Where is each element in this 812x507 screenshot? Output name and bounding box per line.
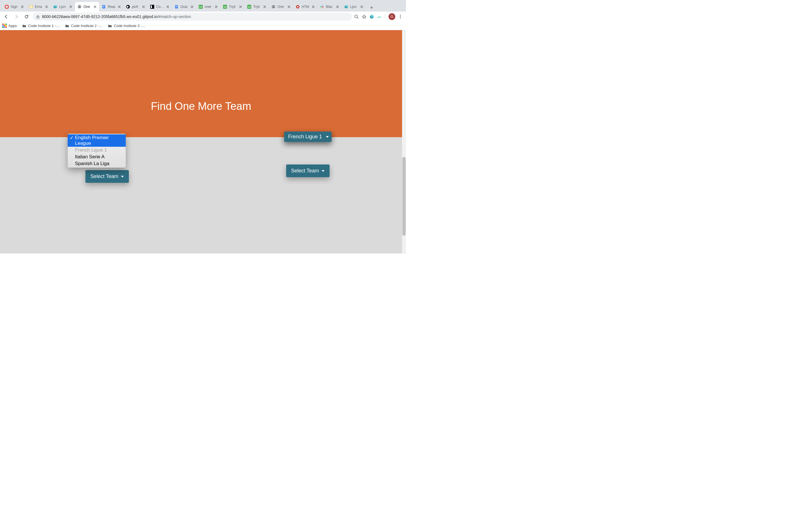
- tab-one-2[interactable]: One: [269, 2, 293, 11]
- menu-icon[interactable]: [398, 14, 403, 19]
- scrollbar-thumb[interactable]: [402, 157, 406, 236]
- chevron-down-icon: [322, 170, 324, 172]
- lower-section: English Premier League English Premier L…: [0, 137, 402, 253]
- address-bar[interactable]: 8000-b6226aea-0697-47d5-9212-205fa6651fb…: [33, 13, 352, 20]
- close-icon[interactable]: [93, 5, 97, 9]
- favicon-w3: w3: [247, 4, 252, 9]
- svg-point-29: [297, 6, 299, 8]
- favicon-sign: [4, 4, 9, 9]
- left-select-team-button[interactable]: Select Team: [86, 170, 129, 183]
- apps-label: Apps: [8, 24, 17, 28]
- dropdown-option-laliga[interactable]: Spanish La Liga: [68, 160, 126, 167]
- close-icon[interactable]: [166, 5, 170, 9]
- tab-label: Ljun: [59, 5, 67, 9]
- svg-rect-32: [322, 7, 322, 8]
- folder-icon: [108, 24, 112, 28]
- tab-label: Ema: [35, 5, 43, 9]
- reload-button[interactable]: [22, 13, 31, 20]
- close-icon[interactable]: [239, 5, 243, 9]
- svg-rect-18: [175, 7, 177, 7]
- tab-tryit-2[interactable]: w3 Tryit: [245, 2, 269, 11]
- page-viewport: Find One More Team English Premier Leagu…: [0, 30, 406, 253]
- tab-ljun-2[interactable]: Ljun: [342, 2, 366, 11]
- apps-button[interactable]: Apps: [2, 24, 17, 28]
- extension-cube-icon[interactable]: [369, 14, 374, 19]
- svg-text:w3: w3: [199, 6, 202, 8]
- favicon-globe: [77, 4, 82, 9]
- tab-label: One: [84, 5, 91, 9]
- tab-reac[interactable]: Reac: [99, 2, 123, 11]
- tab-code[interactable]: Code: [148, 2, 172, 11]
- bookmark-folder-3[interactable]: Code Institute 3 -…: [108, 24, 146, 28]
- tab-strip: Sign Ema Ljun One Reac picfl: [0, 0, 406, 11]
- dropdown-option-epl[interactable]: English Premier League: [68, 134, 126, 147]
- close-icon[interactable]: [190, 5, 194, 9]
- right-select-team-button[interactable]: Select Team: [286, 165, 330, 177]
- svg-rect-11: [103, 7, 104, 7]
- forward-button[interactable]: [12, 13, 20, 20]
- close-icon[interactable]: [214, 5, 218, 9]
- right-league-select[interactable]: French Ligue 1: [284, 131, 332, 142]
- svg-rect-37: [37, 16, 39, 18]
- right-league-select-wrap[interactable]: French Ligue 1: [284, 131, 332, 142]
- favicon-github: [126, 4, 130, 9]
- svg-rect-17: [175, 6, 177, 7]
- svg-point-43: [400, 16, 401, 17]
- tab-one-active[interactable]: One: [75, 2, 99, 11]
- star-icon[interactable]: [362, 14, 366, 19]
- tab-label: Tryit: [229, 5, 237, 9]
- close-icon[interactable]: [336, 5, 340, 9]
- favicon-gdoc: [174, 4, 179, 9]
- svg-rect-10: [103, 6, 105, 7]
- svg-rect-31: [320, 6, 322, 7]
- close-icon[interactable]: [263, 5, 267, 9]
- tab-picfl[interactable]: picfl: [123, 2, 148, 11]
- search-icon[interactable]: [354, 14, 359, 19]
- extension-wave-icon[interactable]: [377, 14, 382, 19]
- close-icon[interactable]: [287, 5, 291, 9]
- dropdown-option-seriea[interactable]: Italian Serie A: [68, 154, 126, 160]
- tab-blac[interactable]: Blac: [317, 2, 342, 11]
- bookmark-folder-2[interactable]: Code Institute 2 -…: [65, 24, 103, 28]
- close-icon[interactable]: [142, 5, 146, 9]
- tab-label: Sign: [11, 5, 18, 9]
- close-icon[interactable]: [360, 5, 364, 9]
- favicon-htm: [296, 4, 300, 9]
- tab-grac[interactable]: Grac: [172, 2, 196, 11]
- tab-htm[interactable]: HTM: [293, 2, 317, 11]
- close-icon[interactable]: [20, 5, 24, 9]
- tab-sign[interactable]: Sign: [2, 2, 27, 11]
- tab-tryit-1[interactable]: w3 Tryit: [220, 2, 245, 11]
- tab-ljun-1[interactable]: Ljun: [51, 2, 75, 11]
- close-icon[interactable]: [69, 5, 73, 9]
- tab-label: HTM: [302, 5, 310, 9]
- tab-label: Blac: [326, 5, 334, 9]
- tab-label: oner: [205, 5, 213, 9]
- new-tab-button[interactable]: [368, 4, 375, 11]
- svg-rect-30: [322, 5, 322, 6]
- favicon-w3: w3: [223, 4, 227, 9]
- bookmark-folder-1[interactable]: Code Institute 1 -…: [22, 24, 60, 28]
- button-label: Select Team: [291, 168, 319, 174]
- close-icon[interactable]: [117, 5, 121, 9]
- tab-label: Code: [156, 5, 164, 9]
- bookmark-label: Code Institute 1 -…: [28, 24, 60, 28]
- close-icon[interactable]: [311, 5, 315, 9]
- scrollbar-track[interactable]: [402, 30, 406, 253]
- svg-point-38: [355, 15, 357, 18]
- tab-label: Ljun: [350, 5, 358, 9]
- tab-oner[interactable]: w3 oner: [196, 2, 220, 11]
- dropdown-option-ligue1[interactable]: French Ligue 1: [68, 147, 126, 154]
- favicon-slack: [320, 4, 324, 9]
- league-dropdown-menu: English Premier League French Ligue 1 It…: [68, 134, 126, 168]
- profile-avatar[interactable]: G: [389, 13, 395, 20]
- favicon-w3: w3: [199, 4, 203, 9]
- close-icon[interactable]: [45, 5, 49, 9]
- back-button[interactable]: [2, 13, 10, 20]
- svg-point-0: [5, 5, 8, 8]
- favicon-cube: [53, 4, 57, 9]
- separator: |: [385, 14, 386, 19]
- tab-email[interactable]: Ema: [27, 2, 51, 11]
- favicon-cube: [344, 4, 349, 9]
- svg-rect-14: [151, 5, 152, 8]
